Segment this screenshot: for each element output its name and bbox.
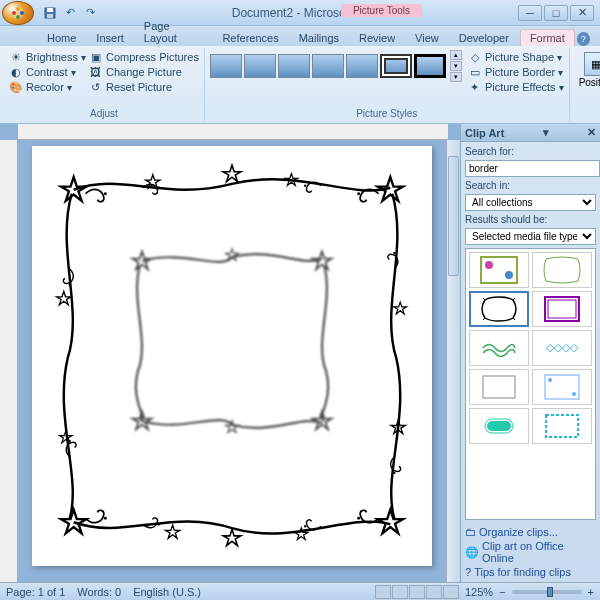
position-button[interactable]: ▦ Position <box>575 50 600 90</box>
print-layout-view-icon[interactable] <box>375 585 391 599</box>
search-for-label: Search for: <box>465 146 596 157</box>
outline-view-icon[interactable] <box>426 585 442 599</box>
result-thumb-2[interactable] <box>532 252 592 288</box>
scrollbar-thumb[interactable] <box>448 156 459 276</box>
results-select[interactable]: Selected media file types <box>465 228 596 245</box>
arrange-group-label: Arrange <box>575 107 600 119</box>
ribbon-group-picture-styles: ▴ ▾ ▾ ◇Picture Shape ▾ ▭Picture Border ▾… <box>205 48 570 121</box>
tab-insert[interactable]: Insert <box>87 30 133 46</box>
svg-point-11 <box>505 271 513 279</box>
ribbon-group-adjust: ☀Brightness ▾ ◐Contrast ▾ 🎨Recolor ▾ ▣Co… <box>4 48 205 121</box>
svg-rect-13 <box>548 300 576 318</box>
search-in-label: Search in: <box>465 180 596 191</box>
document-area <box>0 124 460 582</box>
globe-icon: 🌐 <box>465 546 479 559</box>
picture-styles-group-label: Picture Styles <box>210 107 564 119</box>
save-icon[interactable] <box>42 5 58 21</box>
document-canvas[interactable] <box>18 140 446 582</box>
minimize-button[interactable]: ─ <box>518 5 542 21</box>
change-picture-button[interactable]: 🖼Change Picture <box>89 65 199 79</box>
maximize-button[interactable]: □ <box>544 5 568 21</box>
compress-pictures-button[interactable]: ▣Compress Pictures <box>89 50 199 64</box>
result-thumb-10[interactable] <box>532 408 592 444</box>
tab-home[interactable]: Home <box>38 30 85 46</box>
brightness-button[interactable]: ☀Brightness ▾ <box>9 50 86 64</box>
close-pane-icon[interactable]: ✕ <box>587 126 596 139</box>
gallery-more-icon[interactable]: ▾ <box>450 72 462 82</box>
office-online-link[interactable]: 🌐Clip art on Office Online <box>465 540 596 564</box>
result-thumb-7[interactable] <box>469 369 529 405</box>
style-thumb-2[interactable] <box>244 54 276 78</box>
style-thumb-4[interactable] <box>312 54 344 78</box>
svg-rect-7 <box>47 14 53 18</box>
tab-view[interactable]: View <box>406 30 448 46</box>
tab-review[interactable]: Review <box>350 30 404 46</box>
ribbon-tabs: Home Insert Page Layout References Maili… <box>0 26 600 46</box>
language-status[interactable]: English (U.S.) <box>133 586 201 598</box>
office-button[interactable] <box>2 1 34 25</box>
search-input[interactable] <box>465 160 600 177</box>
style-thumb-1[interactable] <box>210 54 242 78</box>
style-thumb-6[interactable] <box>380 54 412 78</box>
recolor-button[interactable]: 🎨Recolor ▾ <box>9 80 86 94</box>
title-bar: ↶ ↷ Document2 - Microsoft Word ─ □ ✕ <box>0 0 600 26</box>
organize-clips-link[interactable]: 🗀Organize clips... <box>465 526 596 538</box>
tab-developer[interactable]: Developer <box>450 30 518 46</box>
change-label: Change Picture <box>106 66 182 78</box>
redo-icon[interactable]: ↷ <box>82 5 98 21</box>
style-thumb-5[interactable] <box>346 54 378 78</box>
picture-border-button[interactable]: ▭Picture Border ▾ <box>468 65 564 79</box>
draft-view-icon[interactable] <box>443 585 459 599</box>
tips-link[interactable]: ?Tips for finding clips <box>465 566 596 578</box>
reset-picture-button[interactable]: ↺Reset Picture <box>89 80 199 94</box>
brightness-icon: ☀ <box>9 50 23 64</box>
picture-border-icon: ▭ <box>468 65 482 79</box>
vertical-ruler[interactable] <box>0 140 18 582</box>
horizontal-ruler[interactable] <box>18 124 448 140</box>
gallery-up-icon[interactable]: ▴ <box>450 50 462 60</box>
vertical-scrollbar[interactable] <box>446 140 460 582</box>
gallery-down-icon[interactable]: ▾ <box>450 61 462 71</box>
result-thumb-1[interactable] <box>469 252 529 288</box>
tab-page-layout[interactable]: Page Layout <box>135 18 212 46</box>
clip-art-results: ◇◇◇◇ <box>465 248 596 520</box>
style-thumb-7[interactable] <box>414 54 446 78</box>
help-icon[interactable]: ? <box>577 32 590 46</box>
workspace: Clip Art ▾ ✕ Search for: Go Search in: A… <box>0 124 600 582</box>
svg-rect-9 <box>481 257 517 283</box>
style-thumb-3[interactable] <box>278 54 310 78</box>
contrast-button[interactable]: ◐Contrast ▾ <box>9 65 86 79</box>
web-layout-view-icon[interactable] <box>409 585 425 599</box>
zoom-slider-thumb[interactable] <box>547 587 553 597</box>
result-thumb-5[interactable] <box>469 330 529 366</box>
result-thumb-4[interactable] <box>532 291 592 327</box>
change-picture-icon: 🖼 <box>89 65 103 79</box>
tab-references[interactable]: References <box>213 30 287 46</box>
tab-format[interactable]: Format <box>520 29 575 46</box>
picture-effects-button[interactable]: ✦Picture Effects ▾ <box>468 80 564 94</box>
svg-point-17 <box>548 378 552 382</box>
selected-picture[interactable] <box>44 158 420 554</box>
word-count[interactable]: Words: 0 <box>77 586 121 598</box>
ribbon: ☀Brightness ▾ ◐Contrast ▾ 🎨Recolor ▾ ▣Co… <box>0 46 600 124</box>
zoom-level[interactable]: 125% <box>465 586 493 598</box>
zoom-out-icon[interactable]: − <box>499 586 505 598</box>
pane-dropdown-icon[interactable]: ▾ <box>543 126 549 139</box>
full-screen-view-icon[interactable] <box>392 585 408 599</box>
result-thumb-6[interactable]: ◇◇◇◇ <box>532 330 592 366</box>
picture-border-label: Picture Border <box>485 66 555 78</box>
page-status[interactable]: Page: 1 of 1 <box>6 586 65 598</box>
search-in-select[interactable]: All collections <box>465 194 596 211</box>
result-thumb-8[interactable] <box>532 369 592 405</box>
tab-mailings[interactable]: Mailings <box>290 30 348 46</box>
picture-shape-button[interactable]: ◇Picture Shape ▾ <box>468 50 564 64</box>
undo-icon[interactable]: ↶ <box>62 5 78 21</box>
result-thumb-3[interactable] <box>469 291 529 327</box>
zoom-in-icon[interactable]: + <box>588 586 594 598</box>
result-thumb-9[interactable] <box>469 408 529 444</box>
svg-point-10 <box>485 261 493 269</box>
zoom-slider[interactable] <box>512 590 582 594</box>
recolor-icon: 🎨 <box>9 80 23 94</box>
picture-styles-gallery[interactable]: ▴ ▾ ▾ <box>210 50 462 82</box>
close-button[interactable]: ✕ <box>570 5 594 21</box>
